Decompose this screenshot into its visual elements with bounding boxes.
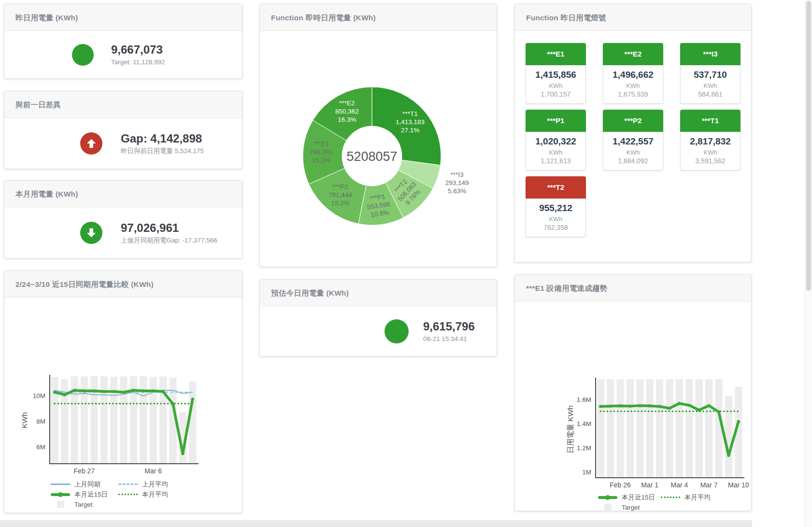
legend-item-box: Target <box>598 502 661 513</box>
lights-body: ***E11,415,856KWh1,700,157***E21,496,662… <box>515 43 751 274</box>
y-tick-label: 1.2M <box>577 444 591 452</box>
tile-header: ***I3 <box>680 43 741 65</box>
legend-label: 上月同期 <box>74 480 100 489</box>
tile-value: 2,817,832 <box>683 136 738 147</box>
arrow-up-circle-icon <box>80 132 102 155</box>
target-bar <box>120 376 128 464</box>
y-tick-label: 1.6M <box>577 396 591 403</box>
stat-subtitle: Target: 11,128,992 <box>111 58 165 67</box>
card-title: 本月用電量 (KWh) <box>4 181 242 207</box>
tile-header: ***T2 <box>526 176 586 199</box>
stat-value: 97,026,961 <box>121 221 217 235</box>
x-tick-label: Feb 26 <box>610 481 631 489</box>
legend-box-marker-icon <box>51 501 70 508</box>
tile-target: 1,121,613 <box>528 157 584 165</box>
tile-body: 537,710KWh584,861 <box>680 65 741 104</box>
stat-subtitle: 昨日與前日用電量 5,524,175 <box>121 147 204 156</box>
trend-chart-legend: 本月近15日本月平均Target <box>598 492 733 513</box>
y-tick-label: 8M <box>36 418 45 425</box>
legend-item-thick: 本月近15日 <box>51 489 118 499</box>
energy-dashboard: 昨日用電量 (KWh) 9,667,073 Target: 11,128,992… <box>0 0 812 527</box>
stat-value: 9,615,796 <box>423 319 475 334</box>
x-tick-label: Feb 27 <box>74 467 95 475</box>
y-tick-label: 1.4M <box>577 420 591 427</box>
legend-item-box: Target <box>51 499 118 510</box>
card-15day-comparison-chart: 2/24~3/10 近15日同期用電量比較 (KWh) 6M8M10MFeb 2… <box>4 271 242 513</box>
trend-line-chart: 1M1.2M1.4M1.6MFeb 26Mar 1Mar 4Mar 7Mar 1… <box>525 376 751 492</box>
status-green-circle-icon <box>385 319 409 343</box>
series-point <box>102 390 105 393</box>
arrow-down-circle-icon <box>80 222 102 244</box>
tile-unit: KWh <box>528 149 584 156</box>
chart-body: ***T11,413,18327.1%***I3293,1495.63%***T… <box>260 55 497 290</box>
target-bar <box>617 379 624 478</box>
y-axis-label: KWh <box>20 412 28 428</box>
light-tile-T2: ***T2955,212KWh762,358 <box>526 176 586 237</box>
tile-unit: KWh <box>683 149 738 156</box>
legend-label: 上月平均 <box>142 480 168 489</box>
status-green-circle-icon <box>72 44 94 66</box>
card-title: 昨日用電量 (KWh) <box>4 4 242 31</box>
tile-target: 1,700,157 <box>528 90 584 98</box>
tile-header: ***P2 <box>603 110 663 132</box>
scrollbar-thumb[interactable] <box>806 1 811 291</box>
tile-unit: KWh <box>683 82 738 89</box>
stat-body: 9,667,073 Target: 11,128,992 <box>4 31 242 78</box>
series-point <box>648 404 651 407</box>
card-gap-previous-day: 與前一日差異 Gap: 4,142,898 昨日與前日用電量 5,524,175 <box>4 91 242 169</box>
target-bar <box>159 376 167 464</box>
series-point <box>707 404 710 407</box>
stat-body: Gap: 4,142,898 昨日與前日用電量 5,524,175 <box>4 118 242 169</box>
tile-header: ***E2 <box>603 43 663 65</box>
donut-chart: ***T11,413,18327.1%***I3293,1495.63%***T… <box>260 55 492 257</box>
chart-body: 6M8M10MFeb 27Mar 6KWh 上月同期上月平均本月近15日本月平均… <box>4 362 242 527</box>
tile-target: 3,591,562 <box>683 157 738 165</box>
light-tile-E1: ***E11,415,856KWh1,700,157 <box>526 43 586 104</box>
tile-target: 1,675,939 <box>605 90 661 98</box>
series-point <box>658 405 661 408</box>
stat-body: 9,615,796 06-21 15:34:41 <box>260 306 497 356</box>
tile-value: 955,212 <box>528 203 584 214</box>
target-bar <box>627 379 634 478</box>
series-point <box>191 398 194 400</box>
legend-box-marker-icon <box>598 504 617 511</box>
donut-center-total: 5208057 <box>346 149 397 164</box>
card-title: Function 即時日用電量 (KWh) <box>260 4 497 31</box>
legend-label: 本月平均 <box>142 490 168 499</box>
vertical-scrollbar[interactable] <box>805 0 812 527</box>
target-bar <box>666 379 673 478</box>
target-bar <box>100 376 108 464</box>
x-tick-label: Mar 7 <box>700 481 718 489</box>
x-tick-label: Mar 10 <box>728 481 749 489</box>
y-tick-label: 10M <box>33 392 45 399</box>
series-point <box>161 390 164 393</box>
tile-unit: KWh <box>605 82 661 89</box>
target-bar <box>725 397 732 478</box>
tile-unit: KWh <box>528 215 584 223</box>
tile-unit: KWh <box>605 149 661 156</box>
legend-line-marker-icon <box>51 484 70 485</box>
target-bar <box>656 379 663 478</box>
target-bar <box>51 377 58 464</box>
target-bar <box>189 382 196 464</box>
card-realtime-donut: Function 即時日用電量 (KWh) ***T11,413,18327.1… <box>259 4 497 267</box>
card-title: Function 昨日用電燈號 <box>515 4 751 31</box>
card-title: ***E1 設備用電達成趨勢 <box>515 275 751 301</box>
tile-target: 762,358 <box>528 224 584 231</box>
target-bar <box>685 379 693 478</box>
series-point <box>53 391 56 394</box>
chart-body: 1M1.2M1.4M1.6MFeb 26Mar 1Mar 4Mar 7Mar 1… <box>515 376 751 527</box>
series-point <box>73 389 76 392</box>
card-month-usage: 本月用電量 (KWh) 97,026,961 上個月同期用電Gap: -17,3… <box>4 180 242 258</box>
y-tick-label: 6M <box>36 443 45 451</box>
x-tick-label: Mar 1 <box>641 481 658 489</box>
legend-label: Target <box>622 504 640 511</box>
tile-header: ***E1 <box>526 43 586 65</box>
series-point <box>628 405 631 408</box>
series-point <box>171 402 174 405</box>
legend-item-dots: 本月平均 <box>118 489 186 499</box>
tile-body: 955,212KWh762,358 <box>526 199 586 237</box>
target-bar <box>676 379 683 478</box>
legend-label: 本月平均 <box>684 493 711 502</box>
target-bar <box>607 379 614 478</box>
